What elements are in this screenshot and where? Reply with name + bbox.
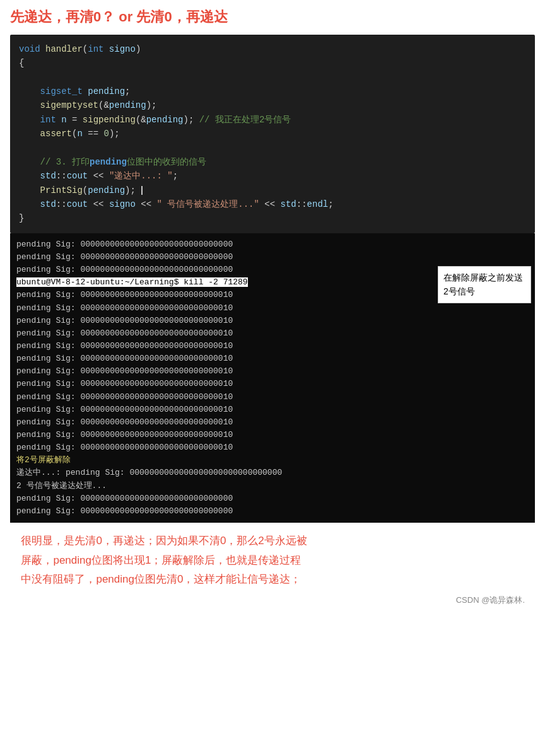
code-line-2: { [19,56,526,70]
code-line-5: int n = sigpending(&pending); // 我正在处理2号… [19,113,526,127]
code-block: void handler(int signo) { sigset_t pendi… [10,35,535,233]
footer: CSDN @诡异森林. [10,590,535,608]
page-container: 先递达，再清0？ or 先清0，再递达 void handler(int sig… [0,0,545,616]
terminal-post-11: pending Sig: 000000000000000000000000000… [16,416,529,429]
terminal-post-10: pending Sig: 000000000000000000000000000… [16,404,529,416]
terminal-post-13: pending Sig: 000000000000000000000000000… [16,441,529,454]
terminal-handled: 2 号信号被递达处理... [16,480,529,492]
code-line-9: PrintSig(pending); [19,183,526,197]
annotation-box: 在解除屏蔽之前发送2号信号 [438,266,531,303]
annotation-text: 在解除屏蔽之前发送2号信号 [443,272,523,296]
conclusion-section: 很明显，是先清0，再递达；因为如果不清0，那么2号永远被 屏蔽，pending位… [10,532,535,590]
terminal-post-7: pending Sig: 000000000000000000000000000… [16,365,529,378]
terminal-post-9: pending Sig: 000000000000000000000000000… [16,391,529,404]
terminal-pre-1: pending Sig: 000000000000000000000000000… [16,238,529,251]
cursor-bar [141,186,143,195]
terminal-pre-2: pending Sig: 000000000000000000000000000… [16,251,529,264]
terminal-post-6: pending Sig: 000000000000000000000000000… [16,352,529,365]
code-line-3: sigset_t pending; [19,84,526,98]
terminal-post-4: pending Sig: 000000000000000000000000000… [16,327,529,340]
code-line-1: void handler(int signo) [19,42,526,56]
code-line-8: std::cout << "递达中...: "; [19,169,526,183]
terminal-deliver: 递达中...: pending Sig: 0000000000000000000… [16,467,529,479]
code-line-4: sigemptyset(&pending); [19,98,526,112]
title-section: 先递达，再清0？ or 先清0，再递达 [10,8,535,27]
code-line-10: std::cout << signo << " 号信号被递达处理..." << … [19,197,526,211]
code-line-blank2 [19,141,526,155]
terminal-final-2: pending Sig: 000000000000000000000000000… [16,505,529,518]
terminal-unmask: 将2号屏蔽解除 [16,454,529,467]
terminal-post-12: pending Sig: 000000000000000000000000000… [16,429,529,441]
conclusion-text: 很明显，是先清0，再递达；因为如果不清0，那么2号永远被 屏蔽，pending位… [15,532,530,590]
terminal-block: pending Sig: 000000000000000000000000000… [10,233,535,523]
kill-command-highlight: ubuntu@VM-8-12-ubuntu:~/Learning$ kill -… [16,277,248,287]
code-line-blank1 [19,71,526,84]
code-line-7: // 3. 打印pending位图中的收到的信号 [19,155,526,169]
terminal-post-5: pending Sig: 000000000000000000000000000… [16,340,529,352]
terminal-post-2: pending Sig: 000000000000000000000000000… [16,302,529,315]
code-line-close: } [19,211,526,225]
terminal-post-3: pending Sig: 000000000000000000000000000… [16,315,529,327]
code-line-6: assert(n == 0); [19,127,526,141]
footer-text: CSDN @诡异森林. [456,595,525,605]
terminal-final-1: pending Sig: 000000000000000000000000000… [16,492,529,505]
page-title: 先递达，再清0？ or 先清0，再递达 [10,9,228,25]
terminal-post-8: pending Sig: 000000000000000000000000000… [16,378,529,390]
